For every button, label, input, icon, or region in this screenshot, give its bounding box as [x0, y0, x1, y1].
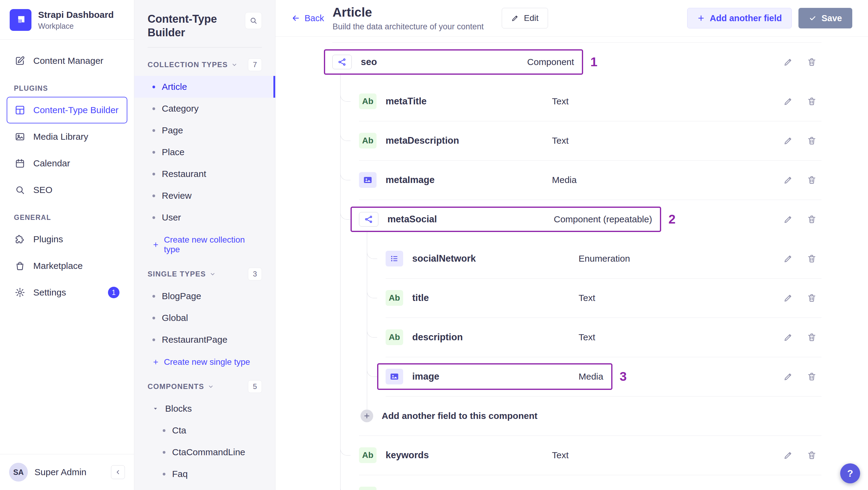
subnav-item-review[interactable]: Review	[134, 185, 275, 207]
create-collection-type-link[interactable]: Create new collection type	[134, 228, 275, 257]
row-actions	[783, 372, 816, 381]
bullet-icon	[152, 295, 155, 298]
subnav-item-article[interactable]: Article	[134, 76, 275, 98]
back-link[interactable]: Back	[291, 13, 324, 23]
save-label: Save	[822, 13, 842, 23]
sidebar-item-settings[interactable]: Settings 1	[7, 279, 127, 306]
subnav-item-blogpage[interactable]: BlogPage	[134, 285, 275, 307]
sidebar-item-media-library[interactable]: Media Library	[7, 123, 127, 150]
edit-button[interactable]: Edit	[502, 8, 548, 28]
add-field-to-component-label[interactable]: Add another field to this component	[382, 411, 537, 421]
delete-field-button[interactable]	[807, 254, 816, 264]
group-label: COMPONENTS	[148, 382, 204, 391]
sidebar-item-label: Content-Type Builder	[33, 105, 119, 115]
sidebar-item-content-manager[interactable]: Content Manager	[7, 48, 127, 74]
field-name: keywords	[385, 450, 552, 461]
subnav-item-ctacommandline[interactable]: CtaCommandLine	[134, 441, 275, 463]
sidebar-item-plugins[interactable]: Plugins	[7, 226, 127, 252]
text-field-icon: Ab	[359, 133, 376, 149]
sidebar-item-seo[interactable]: SEO	[7, 177, 127, 203]
delete-field-button[interactable]	[807, 214, 816, 224]
collapse-sidebar-button[interactable]	[111, 465, 125, 479]
field-box: Ab keywords Text	[350, 442, 578, 468]
edit-field-button[interactable]	[783, 450, 793, 460]
row-actions	[783, 450, 816, 460]
subnav-item-cta[interactable]: Cta	[134, 420, 275, 441]
component-field-icon	[359, 212, 378, 226]
add-another-field-button[interactable]: Add another field	[687, 8, 792, 28]
strapi-logo-icon	[10, 9, 31, 31]
single-types-count: 3	[248, 268, 262, 280]
avatar[interactable]: SA	[9, 463, 28, 482]
edit-field-button[interactable]	[783, 332, 793, 342]
delete-field-button[interactable]	[807, 136, 816, 146]
subnav-title: Content-Type Builder	[148, 12, 244, 39]
annotation-3: 3	[620, 369, 627, 384]
field-row-metadescription: Ab metaDescription Text	[276, 121, 868, 160]
edit-field-button[interactable]	[783, 214, 793, 224]
sidebar-item-label: Content Manager	[33, 56, 103, 66]
sidebar-item-content-type-builder[interactable]: Content-Type Builder	[7, 97, 127, 123]
field-type: Text	[552, 450, 568, 460]
enumeration-field-icon	[385, 251, 403, 267]
sidebar-item-marketplace[interactable]: Marketplace	[7, 252, 127, 279]
edit-field-button[interactable]	[783, 175, 793, 185]
field-row-metaimage: metaImage Media	[276, 160, 868, 200]
subnav-item-restaurant[interactable]: Restaurant	[134, 163, 275, 185]
plus-circle-icon[interactable]	[361, 409, 373, 422]
sidebar-item-calendar[interactable]: Calendar	[7, 150, 127, 177]
subnav-item-user[interactable]: User	[134, 207, 275, 228]
single-types-header[interactable]: SINGLE TYPES 3	[134, 257, 275, 285]
subnav-item-features[interactable]: Features	[134, 485, 275, 490]
delete-field-button[interactable]	[807, 372, 816, 381]
subnav-category-blocks[interactable]: Blocks	[134, 398, 275, 420]
edit-field-button[interactable]	[783, 293, 793, 303]
field-type: Text	[579, 332, 595, 342]
help-button[interactable]: ?	[840, 463, 860, 483]
bullet-icon	[163, 473, 165, 476]
title-block: Article Build the data architecture of y…	[332, 5, 484, 31]
subnav-item-label: Cta	[172, 425, 186, 435]
delete-field-button[interactable]	[807, 450, 816, 460]
subnav-item-label: CtaCommandLine	[172, 447, 245, 457]
text-field-icon: Ab	[385, 329, 403, 345]
sidebar-item-label: SEO	[33, 185, 52, 195]
subnav-item-category[interactable]: Category	[134, 98, 275, 120]
page-subtitle: Build the data architecture of your cont…	[332, 22, 484, 31]
sidebar-item-label: Media Library	[33, 131, 88, 142]
subnav-item-label: Place	[162, 147, 185, 157]
edit-field-button[interactable]	[783, 136, 793, 146]
edit-field-button[interactable]	[783, 57, 793, 67]
delete-field-button[interactable]	[807, 175, 816, 185]
components-header[interactable]: COMPONENTS 5	[134, 369, 275, 398]
edit-field-button[interactable]	[783, 96, 793, 106]
add-field-label: Add another field	[710, 13, 782, 23]
annotation-1: 1	[590, 55, 597, 69]
subnav-item-place[interactable]: Place	[134, 141, 275, 163]
subnav-item-global[interactable]: Global	[134, 307, 275, 329]
field-type: Text	[552, 135, 568, 146]
add-field-to-component-row[interactable]: Add another field to this component	[276, 396, 868, 435]
collection-types-count: 7	[248, 58, 262, 71]
create-link-label: Create new single type	[164, 357, 250, 367]
field-type: Enumeration	[579, 253, 630, 264]
edit-field-button[interactable]	[783, 372, 793, 381]
delete-field-button[interactable]	[807, 96, 816, 106]
row-actions	[783, 254, 816, 264]
highlight-box-2: metaSocial Component (repeatable)	[350, 207, 661, 232]
text-field-icon: Ab	[385, 290, 403, 306]
edit-field-button[interactable]	[783, 254, 793, 264]
field-box: metaImage Media	[350, 167, 586, 193]
subnav-item-page[interactable]: Page	[134, 120, 275, 141]
save-button[interactable]: Save	[799, 8, 852, 28]
subnav-item-restaurantpage[interactable]: RestaurantPage	[134, 329, 275, 350]
search-button[interactable]	[245, 12, 262, 29]
check-icon	[809, 14, 816, 22]
delete-field-button[interactable]	[807, 293, 816, 303]
delete-field-button[interactable]	[807, 57, 816, 67]
collection-types-header[interactable]: COLLECTION TYPES 7	[134, 48, 275, 76]
section-label-general: GENERAL	[14, 214, 120, 222]
delete-field-button[interactable]	[807, 332, 816, 342]
subnav-item-faq[interactable]: Faq	[134, 463, 275, 485]
create-single-type-link[interactable]: Create new single type	[134, 350, 275, 369]
